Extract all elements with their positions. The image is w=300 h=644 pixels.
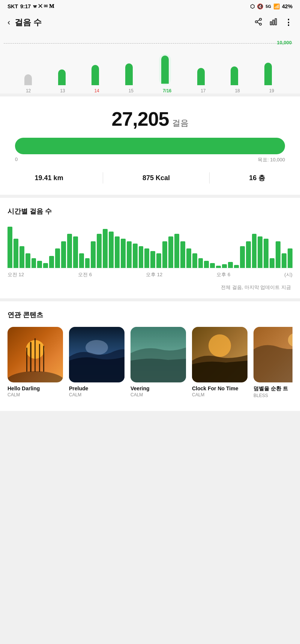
hourly-bar — [228, 262, 233, 268]
chart-icon[interactable] — [269, 18, 278, 28]
hourly-bar — [139, 246, 144, 268]
content-thumbnail — [69, 327, 124, 382]
content-thumbnail — [8, 327, 63, 382]
content-scroll[interactable]: Hello DarlingCALM PreludeCALM VeeringCAL… — [8, 327, 292, 400]
content-thumbnail — [130, 327, 186, 382]
content-thumbnail — [254, 327, 292, 382]
hourly-bar — [168, 236, 173, 268]
svg-point-8 — [8, 371, 63, 382]
hourly-bar — [8, 227, 12, 268]
status-right: ⬡ 🔇 5G 📶 42% — [250, 3, 292, 9]
svg-line-4 — [257, 20, 260, 21]
svg-point-17 — [208, 334, 231, 357]
hourly-bar — [26, 253, 30, 268]
status-bar: SKT 9:17 𝐰 ✕ ✉ 𝐌 ⬡ 🔇 5G 📶 42% — [0, 0, 300, 12]
time-label: 9:17 — [20, 3, 31, 9]
hourly-bar — [216, 266, 221, 268]
hourly-bar — [288, 248, 292, 268]
hourly-label: 오후 12 — [146, 271, 162, 278]
day-bar-item[interactable] — [24, 55, 32, 85]
related-section: 연관 콘텐츠 Hello DarlingCALM PreludeCALM Vee… — [0, 301, 300, 411]
hourly-bar — [37, 261, 42, 268]
steps-unit: 걸음 — [172, 117, 189, 129]
hourly-bar — [14, 239, 18, 268]
hourly-label: 오후 6 — [216, 271, 230, 278]
hourly-bar — [162, 241, 167, 268]
svg-rect-16 — [130, 327, 186, 382]
signal-icon: 📶 — [273, 3, 280, 9]
day-bar-item[interactable] — [125, 55, 133, 85]
share-icon[interactable] — [254, 18, 262, 28]
hourly-chart — [8, 223, 292, 268]
related-content-item[interactable]: 덤벨을 순환 트BLESS — [254, 327, 292, 398]
hourly-bar — [127, 241, 132, 268]
content-source: CALM — [130, 392, 186, 397]
content-name: Hello Darling — [8, 385, 63, 391]
hourly-bar — [67, 234, 72, 268]
day-bar-item[interactable] — [197, 55, 205, 85]
content-source: CALM — [8, 392, 63, 397]
hourly-bar — [43, 263, 48, 268]
related-content-item[interactable]: Hello DarlingCALM — [8, 327, 63, 398]
day-label: 18 — [235, 88, 240, 93]
hourly-bar — [91, 241, 96, 268]
mute-icon: 🔇 — [257, 3, 263, 9]
svg-rect-10 — [30, 342, 32, 372]
hourly-label: (시) — [284, 271, 292, 278]
hourly-bar — [258, 236, 262, 268]
progress-labels: 0 목표: 10,000 — [15, 156, 285, 163]
hourly-bar — [115, 236, 120, 268]
related-content-item[interactable]: PreludeCALM — [69, 327, 124, 398]
more-icon[interactable]: ⋮ — [284, 18, 292, 27]
hourly-bar — [264, 239, 268, 268]
stat-divider-2 — [209, 172, 210, 184]
hourly-section: 시간별 걸음 수 오전 12오전 6오후 12오후 6(시) 전체 걸음, 마지… — [0, 198, 300, 298]
hourly-bar — [121, 239, 126, 268]
day-bar-item[interactable] — [231, 55, 238, 85]
hourly-bar — [103, 229, 108, 268]
hourly-bar — [61, 241, 66, 268]
day-label: 17 — [201, 88, 206, 93]
related-content-item[interactable]: VeeringCALM — [130, 327, 186, 398]
hourly-bar — [210, 263, 215, 268]
hourly-bar — [97, 234, 102, 268]
day-label: 13 — [60, 88, 65, 93]
content-source: CALM — [192, 392, 248, 397]
hourly-bar — [133, 244, 138, 268]
svg-rect-5 — [270, 22, 272, 25]
weekly-chart-section: 10,000 121314157/16171819 — [0, 33, 300, 93]
svg-rect-12 — [39, 344, 40, 372]
day-label: 19 — [269, 88, 274, 93]
content-source: BLESS — [254, 393, 292, 398]
content-thumbnail — [192, 327, 248, 382]
selected-day-wrapper[interactable] — [159, 54, 171, 85]
hourly-bar — [49, 256, 54, 268]
distance-stat: 19.41 km — [35, 174, 63, 182]
status-left: SKT 9:17 𝐰 ✕ ✉ 𝐌 — [8, 3, 54, 9]
hourly-bar — [204, 261, 209, 268]
day-bar-item[interactable] — [264, 55, 272, 85]
day-bar-item[interactable] — [58, 55, 66, 85]
progress-min: 0 — [15, 156, 18, 163]
hourly-bar — [270, 258, 274, 268]
hourly-bar — [240, 246, 245, 268]
steps-number: 27,205 — [111, 108, 169, 130]
page-title: 걸음 수 — [15, 17, 42, 28]
hourly-bar — [55, 248, 60, 268]
hourly-bar — [252, 234, 257, 268]
hourly-bar — [32, 258, 36, 268]
back-button[interactable]: ‹ — [8, 18, 10, 27]
svg-point-18 — [288, 333, 292, 347]
related-content-item[interactable]: Clock For No TimeCALM — [192, 327, 248, 398]
hourly-bar — [246, 241, 251, 268]
hourly-bar — [222, 264, 227, 268]
day-bar-item[interactable] — [92, 55, 99, 85]
related-section-title: 연관 콘텐츠 — [8, 310, 292, 319]
header-right: ⋮ — [254, 18, 292, 28]
progress-max: 목표: 10,000 — [258, 156, 285, 163]
content-name: Clock For No Time — [192, 385, 248, 391]
day-label: 15 — [129, 88, 134, 93]
hourly-bar — [73, 236, 78, 268]
hourly-bar — [20, 246, 24, 268]
hourly-bar — [234, 265, 239, 268]
